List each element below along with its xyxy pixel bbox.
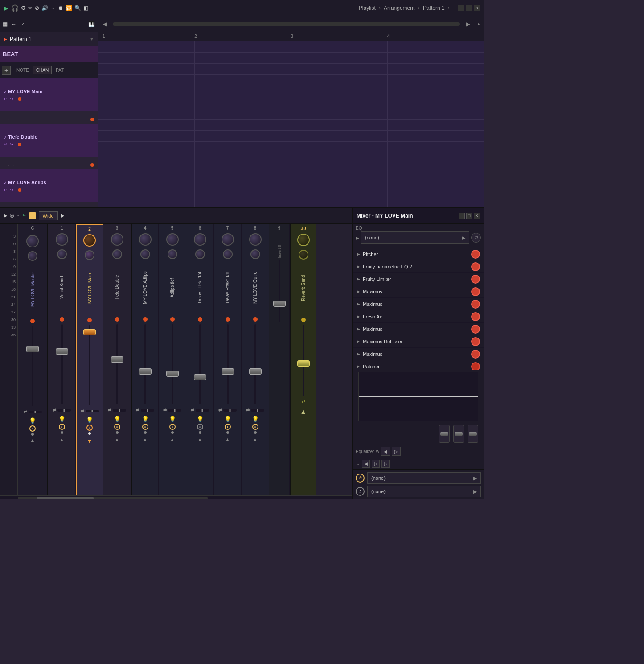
- fx-maximus4[interactable]: ▶ Maximus: [353, 348, 484, 360]
- eq-fader-2[interactable]: [453, 425, 464, 443]
- fx-maximus2[interactable]: ▶ Maximus: [353, 298, 484, 310]
- eq-small-2[interactable]: ▷: [372, 460, 380, 468]
- ch-send-dot-5[interactable]: [170, 317, 175, 322]
- fx-toggle-patcher[interactable]: [471, 362, 480, 371]
- arrow-lr-icon[interactable]: ↔: [50, 5, 56, 11]
- ch-up-arrow-c[interactable]: ▲: [30, 437, 35, 444]
- vol-icon[interactable]: 🔊: [41, 5, 48, 11]
- fader-track-3[interactable]: [116, 324, 118, 404]
- clock-3[interactable]: [114, 424, 120, 430]
- ch-dot-2[interactable]: [88, 432, 91, 435]
- pan-bar-7[interactable]: [223, 409, 237, 412]
- eq-fader-handle-3[interactable]: [469, 432, 477, 436]
- ch-send-dot-30[interactable]: [301, 318, 306, 322]
- fx-toggle-eq2[interactable]: [471, 262, 480, 271]
- tab-chan[interactable]: CHAN: [33, 66, 52, 74]
- ch-knob-8[interactable]: [249, 233, 262, 246]
- clock-1[interactable]: [59, 424, 65, 430]
- play-icon[interactable]: ▶: [4, 4, 8, 12]
- pan-bar-2[interactable]: [86, 410, 99, 412]
- mixer-arrow[interactable]: ▶: [61, 213, 64, 219]
- ch-knob-8b[interactable]: [250, 249, 260, 259]
- ch-up-arrow-3[interactable]: ▲: [115, 437, 120, 443]
- pan-bar-c[interactable]: [29, 411, 42, 413]
- fader-track-1[interactable]: [61, 324, 63, 404]
- fader-track-30[interactable]: [303, 325, 304, 396]
- mixer-mode-button[interactable]: Wide: [39, 211, 58, 220]
- mute-icon[interactable]: ⊘: [35, 5, 39, 11]
- play-icon[interactable]: ▶: [4, 213, 7, 219]
- fader-track-7[interactable]: [227, 324, 229, 404]
- ch-knob-1b[interactable]: [57, 249, 67, 259]
- ch-knob-2b[interactable]: [85, 250, 94, 260]
- piano-grid[interactable]: [98, 41, 484, 207]
- vol2-icon[interactable]: ◧: [83, 5, 88, 11]
- instr-back-btn-2[interactable]: ↩: [4, 142, 7, 147]
- eq-ctrl-2[interactable]: ▷: [392, 447, 401, 456]
- ch-dot-8[interactable]: [254, 431, 257, 434]
- ch-knob-c[interactable]: [26, 235, 39, 247]
- piano-left-btn[interactable]: ◀: [101, 20, 108, 28]
- ch-up-arrow-30[interactable]: ▲: [300, 408, 307, 415]
- fader-handle-30[interactable]: [297, 360, 310, 367]
- ch-up-arrow-1[interactable]: ▲: [59, 437, 65, 443]
- ch-dot-1[interactable]: [61, 431, 63, 434]
- ch-dot-7[interactable]: [226, 431, 229, 434]
- ch-knob-6[interactable]: [194, 233, 206, 246]
- eq-small-1[interactable]: ◀: [362, 460, 370, 468]
- fader-handle-5[interactable]: [166, 371, 179, 377]
- minimize-button[interactable]: ─: [458, 5, 464, 11]
- close-button[interactable]: ✕: [474, 5, 480, 11]
- fader-handle-2[interactable]: [83, 329, 96, 335]
- ch-send-dot-6[interactable]: [198, 317, 202, 322]
- ch-knob-3b[interactable]: [112, 249, 122, 259]
- eq-ctrl-1[interactable]: ◀: [381, 447, 390, 456]
- instr-back-btn-1[interactable]: ↩: [4, 96, 7, 101]
- fader-track-8[interactable]: [254, 324, 256, 404]
- clock-icon-c[interactable]: [29, 425, 36, 432]
- fader-track-4[interactable]: [144, 324, 146, 404]
- pan-bar-3[interactable]: [113, 409, 126, 412]
- fader-handle-1[interactable]: [56, 348, 68, 355]
- tab-pat[interactable]: PAT: [53, 66, 67, 74]
- fader-handle-8[interactable]: [249, 368, 262, 375]
- clock-8[interactable]: [252, 424, 258, 430]
- preset-bar-2[interactable]: (none) ▶: [367, 486, 481, 497]
- lamp-3[interactable]: 💡: [114, 416, 121, 422]
- fx-eq2[interactable]: ▶ Fruity parametric EQ 2: [353, 260, 484, 273]
- ch-knob-30b[interactable]: [299, 250, 308, 260]
- record-icon[interactable]: ⏺: [58, 5, 63, 11]
- clock-4[interactable]: [142, 424, 148, 430]
- ch-knob-2[interactable]: [83, 234, 96, 247]
- fader-track-5[interactable]: [172, 324, 173, 404]
- pan-bar-6[interactable]: [196, 409, 209, 412]
- fx-toggle-deesser[interactable]: [471, 337, 480, 346]
- fx-pitcher[interactable]: ▶ Pitcher: [353, 248, 484, 260]
- ch-send-dot-2[interactable]: [87, 318, 92, 322]
- instr-dot-3[interactable]: [18, 188, 21, 192]
- fx-maximus3[interactable]: ▶ Maximus: [353, 323, 484, 335]
- ch-send-dot-4[interactable]: [143, 317, 148, 322]
- ch-knob-7b[interactable]: [223, 249, 233, 259]
- ch-dot-3[interactable]: [116, 431, 119, 434]
- zoom-icon[interactable]: 🔍: [74, 5, 81, 11]
- fx-deesser[interactable]: ▶ Maximus DeEsser: [353, 335, 484, 348]
- ch-dot-6[interactable]: [199, 431, 201, 434]
- fx-toggle-maximus1[interactable]: [471, 287, 480, 296]
- mixer-scroll-thumb[interactable]: [37, 497, 94, 499]
- eq-visualizer[interactable]: [358, 372, 478, 421]
- ch-knob-30[interactable]: [297, 234, 310, 246]
- piano-right-btn[interactable]: ▶: [464, 20, 472, 28]
- ch-knob-4b[interactable]: [140, 249, 150, 259]
- fader-handle-4[interactable]: [139, 368, 152, 375]
- lamp-4[interactable]: 💡: [142, 416, 149, 422]
- ch-dot-5[interactable]: [171, 431, 174, 434]
- fx-toggle-maximus3[interactable]: [471, 325, 480, 334]
- panel-minimize-btn[interactable]: ─: [459, 213, 465, 219]
- mixer-scrollbar[interactable]: [0, 495, 352, 499]
- brush-icon[interactable]: ✏: [28, 5, 33, 11]
- eq-small-3[interactable]: ▷: [381, 460, 390, 468]
- lamp-icon-c[interactable]: 💡: [29, 417, 36, 424]
- ch-send-dot-3[interactable]: [115, 317, 119, 322]
- preset-clock-icon[interactable]: ⏱: [356, 474, 365, 483]
